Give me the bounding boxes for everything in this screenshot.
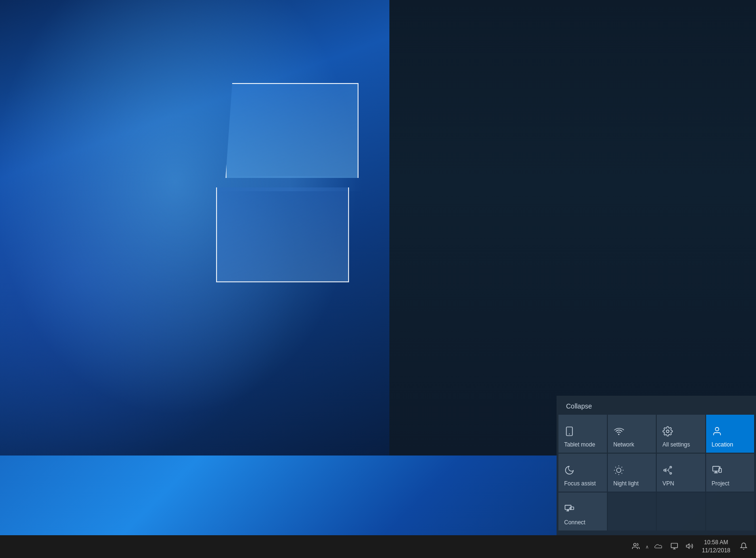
system-clock[interactable]: 10:58 AM 11/12/2018 [699, 537, 733, 557]
collapse-button[interactable]: Collapse [557, 396, 756, 415]
people-icon[interactable] [630, 540, 642, 553]
svg-rect-25 [570, 507, 574, 510]
focus-assist-icon [564, 465, 575, 477]
vpn-icon [662, 465, 673, 477]
volume-icon[interactable] [684, 540, 695, 553]
qa-tile-focus-assist[interactable]: Focus assist [558, 454, 607, 492]
svg-point-2 [618, 434, 619, 435]
svg-marker-31 [686, 544, 689, 548]
quick-actions-row2: Focus assist Night light [557, 454, 756, 492]
svg-point-5 [616, 468, 621, 472]
all-settings-icon [662, 426, 673, 438]
right-panel [389, 0, 756, 456]
svg-line-12 [615, 473, 615, 474]
taskbar: ∧ 10:58 AM 11/12/2018 [0, 535, 756, 558]
vpn-label: VPN [662, 480, 674, 487]
all-settings-label: All settings [662, 441, 690, 448]
svg-point-3 [666, 430, 669, 433]
location-label: Location [712, 441, 733, 448]
quick-actions-row1: Tablet mode Network All settings [557, 415, 756, 453]
qa-tile-project[interactable]: Project [706, 454, 755, 492]
night-light-label: Night light [614, 480, 639, 487]
win-bottom-pane [216, 187, 349, 282]
qa-tile-all-settings[interactable]: All settings [657, 415, 705, 453]
svg-point-15 [670, 466, 672, 468]
quick-actions-row3: Connect [557, 493, 756, 530]
svg-point-27 [633, 543, 636, 546]
win-top-pane [226, 83, 359, 178]
qa-empty-2 [657, 493, 705, 530]
network-label: Network [614, 441, 634, 448]
svg-rect-17 [712, 466, 719, 471]
action-center: Collapse Tablet mode Network [557, 396, 756, 535]
svg-point-1 [569, 434, 570, 435]
qa-tile-connect[interactable]: Connect [558, 493, 607, 530]
notification-icon[interactable] [737, 540, 750, 553]
location-icon [712, 426, 722, 438]
clock-date: 11/12/2018 [702, 547, 730, 555]
svg-line-8 [615, 467, 615, 467]
qa-tile-location[interactable]: Location [706, 415, 755, 453]
desktop-icon[interactable] [669, 540, 680, 553]
qa-tile-tablet-mode[interactable]: Tablet mode [558, 415, 607, 453]
connect-icon [564, 504, 575, 516]
svg-point-4 [715, 428, 718, 431]
onedrive-icon[interactable] [652, 541, 665, 552]
qa-empty-1 [608, 493, 656, 530]
tablet-mode-label: Tablet mode [564, 441, 595, 448]
qa-tile-night-light[interactable]: Night light [608, 454, 656, 492]
svg-point-16 [670, 473, 672, 474]
windows-logo [216, 83, 368, 287]
tablet-mode-icon [564, 426, 575, 438]
clock-time: 10:58 AM [704, 539, 728, 547]
svg-rect-28 [671, 543, 677, 548]
collapse-label: Collapse [566, 402, 592, 410]
show-hidden-icons[interactable]: ∧ [645, 544, 649, 549]
project-icon [712, 465, 722, 477]
night-light-icon [614, 465, 624, 477]
svg-line-9 [621, 473, 622, 474]
qa-empty-3 [706, 493, 755, 530]
network-icon [614, 426, 624, 438]
svg-point-14 [664, 469, 666, 471]
qa-tile-vpn[interactable]: VPN [657, 454, 705, 492]
project-label: Project [712, 480, 729, 487]
svg-rect-0 [567, 427, 573, 436]
focus-assist-label: Focus assist [564, 480, 596, 487]
svg-line-13 [621, 467, 622, 467]
system-tray: ∧ 10:58 AM 11/12/2018 [630, 537, 756, 557]
connect-label: Connect [564, 519, 586, 526]
qa-tile-network[interactable]: Network [608, 415, 656, 453]
